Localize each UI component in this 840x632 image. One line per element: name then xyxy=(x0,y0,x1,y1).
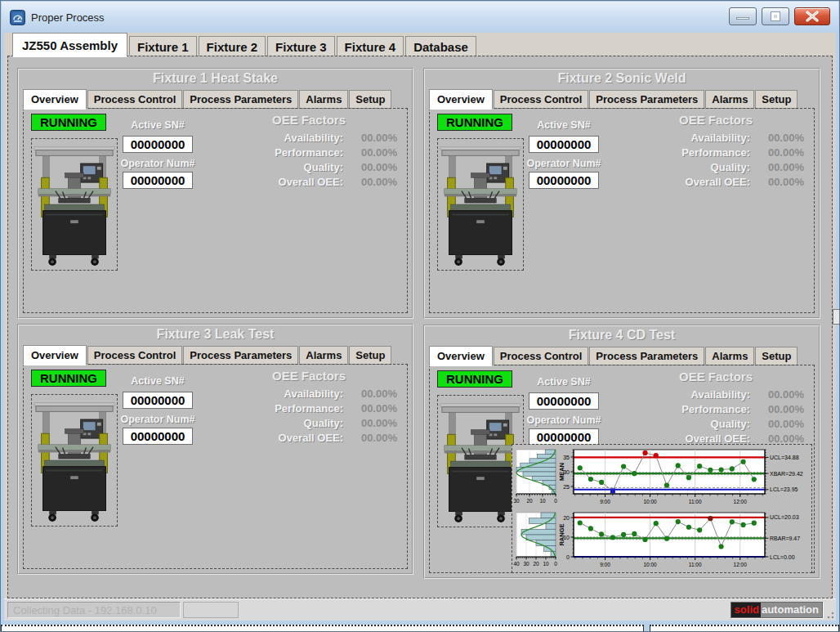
svg-text:10: 10 xyxy=(543,561,549,567)
close-icon xyxy=(795,8,829,25)
subtab-setup[interactable]: Setup xyxy=(755,347,798,365)
active-sn-input[interactable] xyxy=(529,392,599,410)
svg-text:0: 0 xyxy=(554,498,557,504)
oee-label: Overall OEE: xyxy=(279,175,343,190)
oee-value: 00.00% xyxy=(750,175,804,190)
tab-database[interactable]: Database xyxy=(405,36,476,57)
oee-row-quality: Quality:00.00% xyxy=(193,416,397,431)
active-sn-input[interactable] xyxy=(123,136,193,153)
subtab-process-control[interactable]: Process Control xyxy=(494,347,588,365)
subtab-process-parameters[interactable]: Process Parameters xyxy=(589,90,704,109)
operator-num-label: Operator Num# xyxy=(515,415,613,426)
tab-fixture-1[interactable]: Fixture 1 xyxy=(129,36,197,57)
subtab-alarms[interactable]: Alarms xyxy=(705,90,754,109)
subtab-overview[interactable]: Overview xyxy=(23,89,87,110)
oee-label: Availability: xyxy=(691,388,750,402)
oee-value: 00.00% xyxy=(343,160,397,175)
oee-value: 00.00% xyxy=(750,160,804,175)
oee-row-quality: Quality:00.00% xyxy=(600,160,804,175)
oee-row-availability: Availability:00.00% xyxy=(600,131,804,146)
svg-text:9:00: 9:00 xyxy=(600,562,610,567)
status-badge: RUNNING xyxy=(31,370,106,387)
subtab-process-parameters[interactable]: Process Parameters xyxy=(589,347,704,365)
status-message: Collecting Data - 192.168.0.10 xyxy=(7,602,181,618)
machine-image xyxy=(31,138,118,271)
close-button[interactable] xyxy=(794,7,830,25)
active-sn-input[interactable] xyxy=(123,392,193,409)
operator-num-input[interactable] xyxy=(529,172,599,189)
subtab-alarms[interactable]: Alarms xyxy=(299,90,348,109)
fixture-tabstrip: OverviewProcess ControlProcess Parameter… xyxy=(23,345,392,364)
tab-jz550-assembly[interactable]: JZ550 Assembly xyxy=(12,33,127,57)
operator-num-input[interactable] xyxy=(123,428,193,445)
subtab-overview[interactable]: Overview xyxy=(429,89,493,110)
minimize-button[interactable] xyxy=(729,7,757,25)
subtab-setup[interactable]: Setup xyxy=(349,346,391,365)
fixture-panel-1: Fixture 1 Heat Stake OverviewProcess Con… xyxy=(17,68,413,319)
range-chart: 40302010001020RANGE9:0010:0011:0012:00UC… xyxy=(513,509,812,571)
subtab-alarms[interactable]: Alarms xyxy=(299,346,348,365)
svg-text:RBAR=9.47: RBAR=9.47 xyxy=(770,536,800,541)
oee-label: Overall OEE: xyxy=(279,431,343,446)
oee-row-performance: Performance:00.00% xyxy=(600,146,804,160)
subtab-overview[interactable]: Overview xyxy=(429,346,493,366)
operator-num-input[interactable] xyxy=(123,172,193,189)
tab-fixture-4[interactable]: Fixture 4 xyxy=(337,36,404,57)
window-title: Proper Process xyxy=(31,11,105,24)
oee-row-performance: Performance:00.00% xyxy=(193,401,397,416)
oee-value: 00.00% xyxy=(343,401,397,416)
svg-text:10:00: 10:00 xyxy=(643,499,657,504)
oee-label: Overall OEE: xyxy=(686,175,750,190)
oee-label: Quality: xyxy=(304,416,343,431)
fixture-panel-3: Fixture 3 Leak Test OverviewProcess Cont… xyxy=(17,324,413,575)
fixture-tabstrip: OverviewProcess ControlProcess Parameter… xyxy=(429,346,798,365)
subtab-overview[interactable]: Overview xyxy=(23,345,87,365)
fixture-groupbox: RUNNING Active SN# Operator Num# OEE Fac… xyxy=(429,365,815,573)
subtab-setup[interactable]: Setup xyxy=(349,90,391,109)
oee-label: Performance: xyxy=(681,146,750,160)
jz550-assembly-page: Fixture 1 Heat Stake OverviewProcess Con… xyxy=(7,56,833,598)
oee-label: Quality: xyxy=(304,160,343,175)
svg-text:LCL=23.95: LCL=23.95 xyxy=(770,486,798,492)
oee-value: 00.00% xyxy=(750,402,804,417)
oee-row-overall-oee: Overall OEE:00.00% xyxy=(193,175,397,190)
oee-row-availability: Availability:00.00% xyxy=(193,131,397,146)
app-icon xyxy=(10,10,25,25)
resize-grip-icon[interactable] xyxy=(824,609,834,619)
xbar-chart: 3020100253035MEAN9:0010:0011:0012:00UCL=… xyxy=(513,446,812,509)
tab-fixture-3[interactable]: Fixture 3 xyxy=(267,36,335,57)
svg-text:11:00: 11:00 xyxy=(689,499,702,504)
subtab-process-control[interactable]: Process Control xyxy=(87,346,182,365)
subtab-process-control[interactable]: Process Control xyxy=(494,90,588,109)
operator-num-label: Operator Num# xyxy=(109,414,207,425)
svg-text:11:00: 11:00 xyxy=(689,562,702,567)
active-sn-label: Active SN# xyxy=(515,376,613,388)
operator-num-input[interactable] xyxy=(529,428,599,446)
svg-text:RANGE: RANGE xyxy=(558,523,565,545)
oee-row-availability: Availability:00.00% xyxy=(600,388,804,402)
oee-row-quality: Quality:00.00% xyxy=(193,160,397,175)
minimize-icon xyxy=(736,17,749,20)
subtab-process-control[interactable]: Process Control xyxy=(87,90,182,109)
maximize-button[interactable] xyxy=(762,7,789,25)
active-sn-label: Active SN# xyxy=(109,375,207,387)
title-bar[interactable]: Proper Process xyxy=(2,2,838,33)
subtab-alarms[interactable]: Alarms xyxy=(705,347,754,365)
oee-factors-heading: OEE Factors xyxy=(642,113,789,127)
tab-fixture-2[interactable]: Fixture 2 xyxy=(199,36,266,57)
subtab-process-parameters[interactable]: Process Parameters xyxy=(183,346,298,365)
subtab-setup[interactable]: Setup xyxy=(755,90,798,109)
fixture-panel-2: Fixture 2 Sonic Weld OverviewProcess Con… xyxy=(423,68,820,319)
fixture-groupbox: RUNNING Active SN# Operator Num# OEE Fac… xyxy=(23,108,408,313)
svg-text:LCL=0.00: LCL=0.00 xyxy=(770,554,795,560)
svg-text:XBAR=29.42: XBAR=29.42 xyxy=(770,471,803,477)
oee-value: 00.00% xyxy=(343,387,397,401)
svg-text:9:00: 9:00 xyxy=(600,499,610,504)
active-sn-input[interactable] xyxy=(529,136,599,153)
svg-text:10: 10 xyxy=(539,498,546,504)
oee-value: 00.00% xyxy=(750,131,804,146)
oee-factors-heading: OEE Factors xyxy=(642,370,789,383)
fixture-tabstrip: OverviewProcess ControlProcess Parameter… xyxy=(23,89,392,108)
subtab-process-parameters[interactable]: Process Parameters xyxy=(183,90,298,109)
oee-rows: Availability:00.00%Performance:00.00%Qua… xyxy=(193,131,397,190)
